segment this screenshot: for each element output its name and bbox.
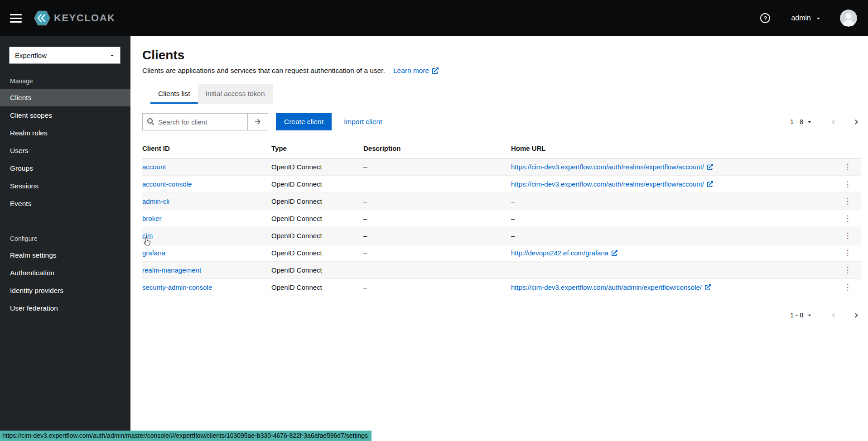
client-id-cell: admin-cli <box>142 192 271 210</box>
client-description-cell: – <box>363 192 511 210</box>
sidebar-item-authentication[interactable]: Authentication <box>0 264 130 282</box>
external-link-icon <box>707 181 713 187</box>
row-actions-cell: ⋮ <box>834 175 861 192</box>
client-id-cell: cim <box>142 227 271 244</box>
toolbar: Create client Import client 1 - 8 <box>142 113 861 130</box>
tab-clients-list[interactable]: Clients list <box>150 84 198 104</box>
row-actions-cell: ⋮ <box>834 227 861 244</box>
client-link-broker[interactable]: broker <box>142 215 162 222</box>
client-home-url-cell: https://cim-dev3.expertflow.com/auth/rea… <box>511 175 834 192</box>
sidebar-item-user-federation[interactable]: User federation <box>0 299 130 317</box>
table-row: admin-cliOpenID Connect––⋮ <box>142 192 861 210</box>
create-client-button[interactable]: Create client <box>276 113 332 130</box>
sidebar-item-clients[interactable]: Clients <box>0 89 130 106</box>
client-id-cell: account <box>142 158 271 175</box>
external-link-icon <box>705 284 711 290</box>
client-link-cim[interactable]: cim <box>142 232 153 240</box>
client-link-account-console[interactable]: account-console <box>142 180 192 188</box>
home-url-link[interactable]: http://devops242.ef.com/grafana <box>511 249 617 257</box>
row-actions-cell: ⋮ <box>834 210 861 227</box>
prev-page-button[interactable] <box>829 116 838 128</box>
help-icon[interactable]: ? <box>760 13 770 23</box>
sidebar-item-realm-roles[interactable]: Realm roles <box>0 124 130 142</box>
col-header-description[interactable]: Description <box>363 139 511 158</box>
client-id-cell: broker <box>142 210 271 227</box>
client-id-cell: grafana <box>142 244 271 261</box>
col-header-type[interactable]: Type <box>271 139 363 158</box>
keycloak-logo[interactable]: KEYCLOAK <box>34 10 115 26</box>
client-link-admin-cli[interactable]: admin-cli <box>142 197 169 205</box>
client-link-security-admin-console[interactable]: security-admin-console <box>142 283 212 291</box>
table-header-row: Client ID Type Description Home URL <box>142 139 861 158</box>
nav-section-label: Manage <box>0 71 130 89</box>
sidebar-item-client-scopes[interactable]: Client scopes <box>0 106 130 124</box>
client-description-cell: – <box>363 158 511 175</box>
col-header-home-url[interactable]: Home URL <box>511 139 834 158</box>
kebab-menu-icon[interactable]: ⋮ <box>840 213 856 224</box>
kebab-menu-icon[interactable]: ⋮ <box>840 265 856 275</box>
kebab-menu-icon[interactable]: ⋮ <box>840 162 856 172</box>
client-description-cell: – <box>363 175 511 192</box>
sidebar-item-realm-settings[interactable]: Realm settings <box>0 246 130 264</box>
realm-name: Expertflow <box>15 52 47 59</box>
status-bar-link-preview: https://cim-dev3.expertflow.com/auth/adm… <box>0 431 371 441</box>
sidebar-item-events[interactable]: Events <box>0 195 130 212</box>
nav-group-manage: ManageClientsClient scopesRealm rolesUse… <box>0 71 130 212</box>
search-submit-button[interactable] <box>248 113 268 130</box>
client-link-grafana[interactable]: grafana <box>142 249 165 257</box>
kebab-menu-icon[interactable]: ⋮ <box>840 179 856 189</box>
client-id-cell: realm-management <box>142 261 271 278</box>
client-home-url-cell: http://devops242.ef.com/grafana <box>511 244 834 261</box>
prev-page-button[interactable] <box>829 310 838 321</box>
user-menu-dropdown[interactable]: admin <box>791 14 821 22</box>
sidebar: Expertflow ManageClientsClient scopesRea… <box>0 36 130 441</box>
tabs: Clients list Initial access token <box>130 84 868 104</box>
client-type-cell: OpenID Connect <box>271 210 363 227</box>
sidebar-item-identity-providers[interactable]: Identity providers <box>0 282 130 299</box>
angle-left-icon <box>831 118 836 126</box>
tab-initial-access-token[interactable]: Initial access token <box>198 84 273 104</box>
client-link-realm-management[interactable]: realm-management <box>142 266 201 274</box>
pagination-menu-toggle[interactable]: 1 - 8 <box>790 312 812 319</box>
row-actions-cell: ⋮ <box>834 244 861 261</box>
home-url-link[interactable]: https://cim-dev3.expertflow.com/auth/rea… <box>511 163 713 171</box>
main-content: Clients Clients are applications and ser… <box>130 36 868 441</box>
chevron-down-icon <box>807 313 812 317</box>
home-url-link[interactable]: https://cim-dev3.expertflow.com/auth/adm… <box>511 283 711 291</box>
keycloak-logo-icon <box>34 10 50 26</box>
pagination-menu-toggle[interactable]: 1 - 8 <box>790 118 812 125</box>
realm-selector[interactable]: Expertflow <box>9 47 121 64</box>
sidebar-item-users[interactable]: Users <box>0 142 130 159</box>
kebab-menu-icon[interactable]: ⋮ <box>840 282 856 292</box>
nav-group-configure: ConfigureRealm settingsAuthenticationIde… <box>0 229 130 317</box>
learn-more-link[interactable]: Learn more <box>393 67 439 75</box>
next-page-button[interactable] <box>852 116 861 128</box>
row-actions-cell: ⋮ <box>834 261 861 278</box>
arrow-right-icon <box>255 119 261 125</box>
sidebar-item-sessions[interactable]: Sessions <box>0 177 130 195</box>
import-client-link[interactable]: Import client <box>344 118 382 126</box>
brand-text: KEYCLOAK <box>54 12 115 24</box>
search-group <box>142 113 268 130</box>
external-link-icon <box>707 164 713 170</box>
next-page-button[interactable] <box>852 310 861 321</box>
client-description-cell: – <box>363 278 511 296</box>
clients-table: Client ID Type Description Home URL acco… <box>142 139 861 296</box>
chevron-down-icon <box>816 16 821 21</box>
learn-more-label: Learn more <box>393 67 429 75</box>
sidebar-item-groups[interactable]: Groups <box>0 159 130 177</box>
kebab-menu-icon[interactable]: ⋮ <box>840 230 856 241</box>
search-input[interactable] <box>142 113 248 130</box>
client-link-account[interactable]: account <box>142 163 166 171</box>
kebab-menu-icon[interactable]: ⋮ <box>840 196 856 206</box>
col-header-client-id[interactable]: Client ID <box>142 139 271 158</box>
angle-right-icon <box>854 118 859 126</box>
client-type-cell: OpenID Connect <box>271 278 363 296</box>
pagination-range: 1 - 8 <box>790 312 803 319</box>
client-description-cell: – <box>363 244 511 261</box>
kebab-menu-icon[interactable]: ⋮ <box>840 248 856 258</box>
home-url-link[interactable]: https://cim-dev3.expertflow.com/auth/rea… <box>511 180 713 188</box>
client-type-cell: OpenID Connect <box>271 158 363 175</box>
hamburger-menu-icon[interactable] <box>10 12 22 24</box>
avatar[interactable] <box>840 10 857 27</box>
